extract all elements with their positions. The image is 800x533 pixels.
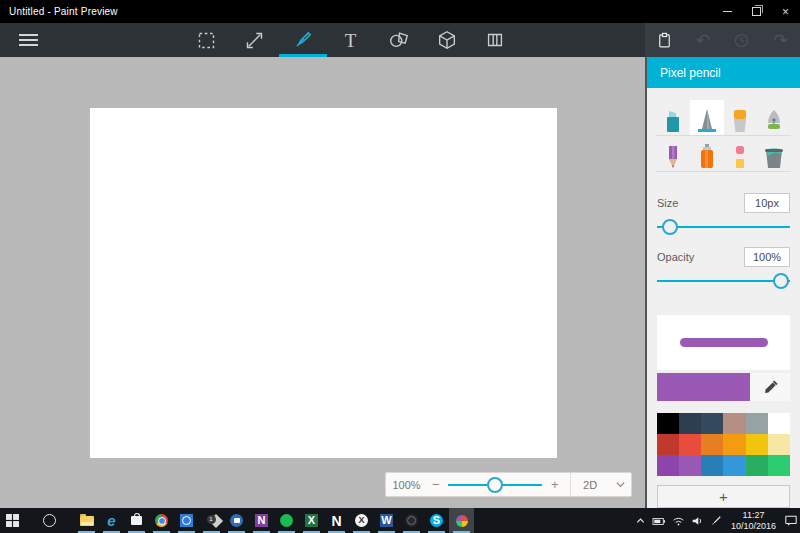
- clock-time: 11:27: [731, 510, 776, 521]
- palette-swatch[interactable]: [657, 413, 679, 434]
- zoom-out-button[interactable]: −: [427, 477, 445, 492]
- tab-resize[interactable]: [231, 23, 279, 57]
- tab-text[interactable]: T: [327, 23, 375, 57]
- size-slider-thumb[interactable]: [662, 219, 678, 235]
- tab-select[interactable]: [183, 23, 231, 57]
- palette-swatch[interactable]: [701, 434, 723, 455]
- tool-fountain-pen[interactable]: [757, 100, 791, 135]
- taskbar-skype[interactable]: S: [424, 508, 449, 533]
- tray-pen-button[interactable]: [707, 508, 726, 533]
- tool-tabs: T: [183, 23, 519, 57]
- palette-swatch[interactable]: [768, 434, 790, 455]
- tab-brushes[interactable]: [279, 23, 327, 57]
- stroke-preview-line: [680, 338, 768, 347]
- zoom-slider-thumb[interactable]: [487, 477, 503, 493]
- brush-icon: [292, 29, 314, 51]
- add-color-button[interactable]: +: [657, 485, 790, 508]
- color-row: [657, 373, 790, 400]
- paint-icon: [456, 515, 468, 527]
- drawing-canvas[interactable]: [90, 108, 557, 458]
- close-button[interactable]: ×: [771, 0, 800, 23]
- taskbar-store[interactable]: [124, 508, 149, 533]
- opacity-slider-thumb[interactable]: [773, 273, 789, 289]
- current-color-swatch[interactable]: [657, 373, 750, 400]
- palette-swatch[interactable]: [768, 413, 790, 434]
- tab-shapes[interactable]: [375, 23, 423, 57]
- tool-pixel-pencil[interactable]: [690, 100, 724, 135]
- undo-button[interactable]: ↶: [684, 23, 723, 57]
- tray-volume-button[interactable]: [688, 508, 707, 533]
- palette-swatch[interactable]: [723, 434, 745, 455]
- hamburger-icon: [19, 31, 38, 49]
- xbox-icon: X: [355, 514, 368, 527]
- palette-swatch[interactable]: [701, 455, 723, 476]
- menu-button[interactable]: [0, 23, 56, 57]
- taskbar-movies[interactable]: [224, 508, 249, 533]
- taskbar-netflix[interactable]: N: [324, 508, 349, 533]
- opacity-value-input[interactable]: 100%: [744, 247, 790, 267]
- excel-icon: X: [305, 514, 318, 527]
- calligraphy-brush-icon: [729, 108, 751, 134]
- palette-swatch[interactable]: [746, 413, 768, 434]
- opacity-slider[interactable]: [657, 273, 790, 288]
- taskbar-word[interactable]: W: [374, 508, 399, 533]
- eyedropper-button[interactable]: [750, 373, 790, 400]
- tool-calligraphy-brush[interactable]: [724, 100, 758, 135]
- panel-title: Pixel pencil: [660, 66, 721, 80]
- palette-swatch[interactable]: [679, 455, 701, 476]
- taskbar-excel[interactable]: X: [299, 508, 324, 533]
- tray-wifi-button[interactable]: [669, 508, 688, 533]
- taskbar-xbox[interactable]: X: [349, 508, 374, 533]
- taskbar-spotify[interactable]: [274, 508, 299, 533]
- palette-swatch[interactable]: [768, 455, 790, 476]
- palette-swatch[interactable]: [701, 413, 723, 434]
- palette-swatch[interactable]: [746, 455, 768, 476]
- tool-eraser[interactable]: [724, 136, 758, 171]
- paste-button[interactable]: [645, 23, 684, 57]
- tool-marker[interactable]: [656, 100, 690, 135]
- size-slider[interactable]: [657, 219, 790, 234]
- taskbar-edge[interactable]: e: [99, 508, 124, 533]
- taskbar-spacer: [62, 508, 74, 533]
- wifi-icon: [672, 515, 685, 527]
- taskbar-groove[interactable]: [399, 508, 424, 533]
- palette-swatch[interactable]: [723, 455, 745, 476]
- palette-swatch[interactable]: [679, 413, 701, 434]
- taskbar-chrome[interactable]: [149, 508, 174, 533]
- taskbar-clock[interactable]: 11:27 10/10/2016: [731, 510, 776, 532]
- taskbar-cortana-button[interactable]: [37, 508, 62, 533]
- history-button[interactable]: [723, 23, 762, 57]
- taskbar: e 1 N X N X W S: [0, 508, 800, 533]
- size-value-input[interactable]: 10px: [744, 193, 790, 213]
- taskbar-mail[interactable]: 1: [199, 508, 224, 533]
- restore-button[interactable]: [742, 0, 771, 23]
- palette-swatch[interactable]: [746, 434, 768, 455]
- groove-icon: [405, 514, 418, 527]
- zoom-in-button[interactable]: +: [546, 477, 564, 492]
- taskbar-alarms[interactable]: [174, 508, 199, 533]
- restore-icon: [752, 7, 761, 16]
- tab-canvas[interactable]: [471, 23, 519, 57]
- toolbar: T ↶ ↷: [0, 23, 800, 57]
- zoom-slider[interactable]: [448, 477, 542, 492]
- palette-swatch[interactable]: [679, 434, 701, 455]
- action-center-button[interactable]: [781, 508, 800, 533]
- palette-swatch[interactable]: [723, 413, 745, 434]
- redo-button[interactable]: ↷: [761, 23, 800, 57]
- taskbar-onenote[interactable]: N: [249, 508, 274, 533]
- tab-3d[interactable]: [423, 23, 471, 57]
- taskbar-paint-active[interactable]: [449, 508, 474, 533]
- chevron-down-icon: [615, 479, 626, 490]
- taskbar-start-button[interactable]: [0, 508, 25, 533]
- mail-badge: 1: [207, 515, 216, 524]
- palette-swatch[interactable]: [657, 434, 679, 455]
- tool-colored-pencil[interactable]: [656, 136, 690, 171]
- tray-battery-button[interactable]: [650, 508, 669, 533]
- tool-fill-bucket[interactable]: [757, 136, 791, 171]
- tray-chevron-button[interactable]: [631, 508, 650, 533]
- tool-spray-can[interactable]: [690, 136, 724, 171]
- palette-swatch[interactable]: [657, 455, 679, 476]
- dimension-dropdown-button[interactable]: [610, 479, 631, 490]
- minimize-button[interactable]: [713, 0, 742, 23]
- taskbar-file-explorer[interactable]: [74, 508, 99, 533]
